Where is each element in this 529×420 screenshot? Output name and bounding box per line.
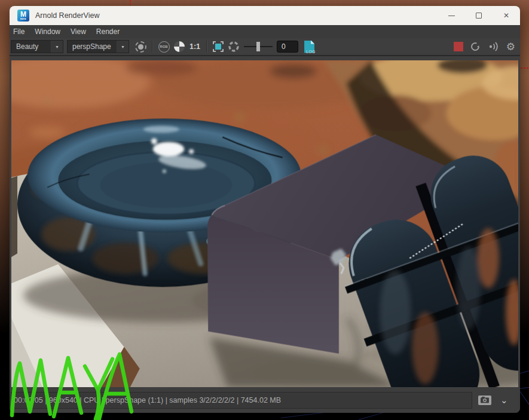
window-controls: ✕ <box>438 6 520 25</box>
minimize-icon <box>448 16 455 16</box>
desktop-background: M MAYA Arnold RenderView ✕ File Window V… <box>0 0 529 420</box>
titlebar[interactable]: M MAYA Arnold RenderView ✕ <box>10 6 520 25</box>
rendered-image <box>11 60 518 387</box>
zoom-1to1-button[interactable]: 1:1 <box>188 39 202 54</box>
aov-select-value: Beauty <box>11 41 51 53</box>
gear-icon[interactable]: ⚙ <box>506 42 515 52</box>
rgb-channels-button[interactable]: RGB <box>157 39 171 54</box>
zoom-1to1-label: 1:1 <box>188 42 202 51</box>
statusbar: 00:00:05 | 960x540 | CPU | perspShape (1… <box>10 387 520 413</box>
toolbar-divider <box>10 55 520 56</box>
camera-select-value: perspShape <box>68 41 117 53</box>
ipr-render-button[interactable] <box>133 39 148 54</box>
menu-window[interactable]: Window <box>35 27 60 36</box>
menu-render[interactable]: Render <box>96 27 120 36</box>
close-icon: ✕ <box>503 11 509 20</box>
display-mode-button[interactable] <box>172 39 186 54</box>
region-crop-button[interactable] <box>211 39 225 54</box>
maximize-button[interactable] <box>465 6 493 25</box>
render-status-text: 00:00:05 | 960x540 | CPU | perspShape (1… <box>11 392 472 409</box>
signal-broadcast-button[interactable] <box>488 41 500 52</box>
rgb-icon: RGB <box>158 41 170 53</box>
crop-region-icon <box>212 41 224 53</box>
toolbar-right-group: ⚙ <box>454 41 516 52</box>
log-button[interactable]: LOG <box>304 41 314 53</box>
chevron-down-icon: ▼ <box>117 41 129 53</box>
separator <box>152 41 152 53</box>
maya-icon-letter: M <box>20 11 26 18</box>
debug-shading-button[interactable] <box>227 39 241 54</box>
maya-icon-subtext: MAYA <box>20 18 26 20</box>
separator <box>206 41 207 53</box>
maya-app-icon: M MAYA <box>17 10 29 22</box>
toolbar: Beauty ▼ perspShape ▼ RGB 1:1 <box>10 38 520 55</box>
arnold-renderview-window: M MAYA Arnold RenderView ✕ File Window V… <box>10 6 520 413</box>
stop-render-button[interactable] <box>454 42 463 51</box>
close-button[interactable]: ✕ <box>493 6 520 25</box>
menubar: File Window View Render <box>10 25 520 38</box>
exposure-slider[interactable] <box>244 46 273 47</box>
window-title: Arnold RenderView <box>35 11 99 20</box>
menu-view[interactable]: View <box>71 27 86 36</box>
menu-file[interactable]: File <box>13 27 25 36</box>
pie-quadrant-icon <box>174 41 185 52</box>
exposure-value-field[interactable]: 0 <box>277 41 298 53</box>
log-label: LOG <box>306 50 316 54</box>
ipr-render-icon <box>135 41 146 53</box>
aov-select[interactable]: Beauty ▼ <box>11 40 63 53</box>
exposure-slider-handle[interactable] <box>256 42 260 51</box>
red-dash-mark <box>130 0 131 5</box>
render-viewport[interactable] <box>11 60 518 387</box>
chevron-down-icon[interactable]: ⌄ <box>500 397 508 403</box>
aperture-icon <box>228 41 240 53</box>
minimize-button[interactable] <box>438 6 465 25</box>
snapshot-button[interactable] <box>478 396 491 405</box>
camera-select[interactable]: perspShape ▼ <box>67 40 129 53</box>
maximize-icon <box>476 13 482 19</box>
chevron-down-icon: ▼ <box>51 41 63 53</box>
camera-icon <box>481 397 489 403</box>
red-dash-mark <box>521 68 529 69</box>
refresh-loop-button[interactable] <box>470 41 481 52</box>
